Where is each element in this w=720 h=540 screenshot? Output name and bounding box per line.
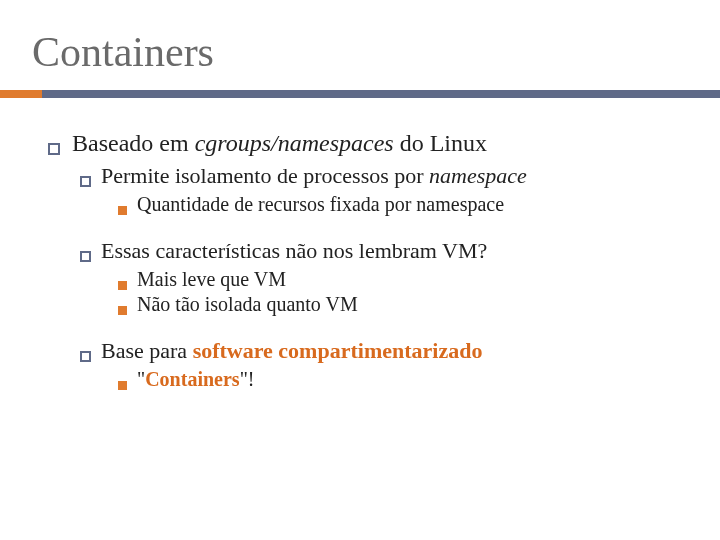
slide: Containers Baseado em cgroups/namespaces…: [0, 0, 720, 540]
text-accent: software compartimentarizado: [193, 338, 483, 363]
bullet-level3: Mais leve que VM: [118, 268, 680, 291]
group-2: Essas características não nos lembram VM…: [48, 238, 680, 316]
text-emph: namespace: [429, 163, 527, 188]
bullet-level3: Não tão isolada quanto VM: [118, 293, 680, 316]
text-fragment: do Linux: [394, 130, 487, 156]
filled-square-icon: [118, 281, 127, 290]
bullet-level2: Base para software compartimentarizado: [80, 338, 680, 364]
text-fragment: Permite isolamento de processos por: [101, 163, 429, 188]
l1-text: Baseado em cgroups/namespaces do Linux: [72, 130, 680, 157]
rule-accent: [0, 90, 42, 98]
filled-square-icon: [118, 306, 127, 315]
text-fragment: ": [137, 368, 145, 390]
hollow-square-icon: [80, 251, 91, 262]
bullet-level2: Essas características não nos lembram VM…: [80, 238, 680, 264]
title-rule: [0, 90, 720, 98]
l3-text: "Containers"!: [137, 368, 680, 391]
hollow-square-icon: [48, 143, 60, 155]
slide-content: Baseado em cgroups/namespaces do Linux P…: [0, 130, 720, 391]
filled-square-icon: [118, 206, 127, 215]
rule-main: [42, 90, 720, 98]
text-fragment: Base para: [101, 338, 193, 363]
filled-square-icon: [118, 381, 127, 390]
group-1: Permite isolamento de processos por name…: [48, 163, 680, 216]
l3-text: Mais leve que VM: [137, 268, 680, 291]
l2-text: Permite isolamento de processos por name…: [101, 163, 680, 189]
l2-text: Base para software compartimentarizado: [101, 338, 680, 364]
bullet-level2: Permite isolamento de processos por name…: [80, 163, 680, 189]
text-fragment: Baseado em: [72, 130, 195, 156]
hollow-square-icon: [80, 176, 91, 187]
l3-text: Não tão isolada quanto VM: [137, 293, 680, 316]
l2-text: Essas características não nos lembram VM…: [101, 238, 680, 264]
bullet-level3: Quantidade de recursos fixada por namesp…: [118, 193, 680, 216]
l3-text: Quantidade de recursos fixada por namesp…: [137, 193, 680, 216]
hollow-square-icon: [80, 351, 91, 362]
bullet-level1: Baseado em cgroups/namespaces do Linux: [48, 130, 680, 157]
bullet-level3: "Containers"!: [118, 368, 680, 391]
group-3: Base para software compartimentarizado "…: [48, 338, 680, 391]
text-fragment: "!: [240, 368, 255, 390]
slide-title: Containers: [0, 28, 720, 76]
text-emph: cgroups/namespaces: [195, 130, 394, 156]
text-accent: Containers: [145, 368, 239, 390]
